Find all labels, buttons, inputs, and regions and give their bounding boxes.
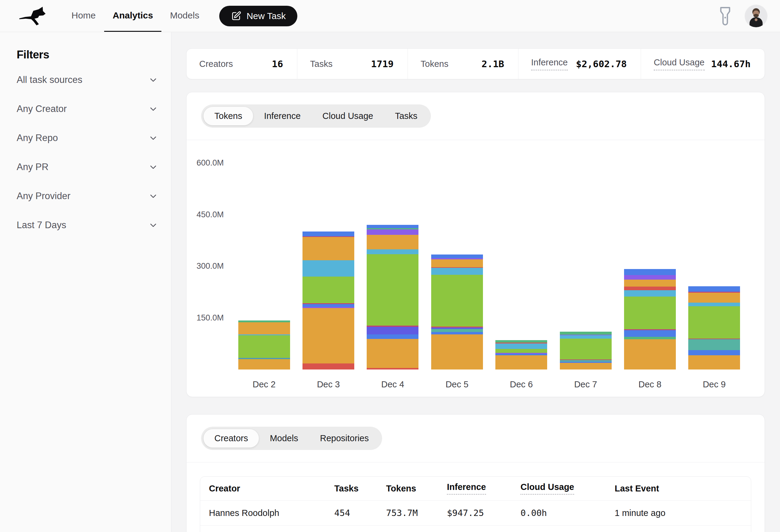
nav-analytics[interactable]: Analytics [104, 0, 161, 32]
bar-segment-tealGreen[interactable] [495, 340, 547, 342]
bar-segment-orange[interactable] [431, 334, 483, 370]
bar-segment-red[interactable] [302, 363, 354, 370]
bar-segment-orange[interactable] [560, 363, 612, 370]
bar-segment-blue[interactable] [688, 286, 740, 292]
bar-segment-orange[interactable] [624, 280, 676, 286]
bar-segment-cyan[interactable] [624, 290, 676, 296]
bar-segment-green[interactable] [560, 339, 612, 360]
breakdown-tabs: Creators Models Repositories [187, 415, 765, 463]
stat-label-cloud-usage[interactable]: Cloud Usage [654, 57, 704, 70]
chart-tabbar: Tokens Inference Cloud Usage Tasks [201, 104, 431, 128]
bar-segment-purple[interactable] [624, 275, 676, 280]
bar-segment-blue[interactable] [624, 330, 676, 337]
new-task-button[interactable]: New Task [219, 6, 297, 26]
bar-segment-orange[interactable] [238, 322, 290, 334]
y-axis-tick: 600.0M [197, 158, 224, 168]
y-axis-tick: 450.0M [197, 210, 224, 219]
nav-home[interactable]: Home [63, 0, 104, 32]
bar-segment-orange[interactable] [238, 359, 290, 370]
bar-dec-9[interactable] [688, 286, 740, 370]
nav-models[interactable]: Models [161, 0, 208, 32]
avatar[interactable] [745, 5, 767, 27]
col-inference[interactable]: Inference [447, 482, 521, 495]
bar-segment-teal[interactable] [431, 329, 483, 332]
bar-segment-red[interactable] [624, 286, 676, 290]
bar-segment-cyan[interactable] [367, 249, 419, 254]
bar-segment-blue[interactable] [624, 269, 676, 275]
table-row[interactable]: Rooviewer 440 544.3M $376.28 75.23h 3 mi… [200, 525, 751, 532]
bar-segment-orange[interactable] [431, 259, 483, 267]
cell-inference: $947.25 [447, 508, 521, 518]
col-last-event: Last Event [615, 484, 742, 493]
bar-segment-blue[interactable] [431, 255, 483, 258]
bar-segment-indigo[interactable] [367, 327, 419, 334]
bar-segment-green[interactable] [624, 297, 676, 329]
pencil-square-icon [231, 11, 242, 21]
chart-plot [232, 146, 746, 370]
table-row[interactable]: Hannes Roodolph 454 753.7M $947.25 0.00h… [200, 500, 751, 525]
bar-segment-cyan[interactable] [688, 303, 740, 307]
bar-segment-orange[interactable] [688, 292, 740, 303]
filter-label: Any Creator [17, 104, 66, 114]
bar-segment-teal[interactable] [688, 339, 740, 350]
bar-segment-green[interactable] [238, 335, 290, 358]
tab-tasks[interactable]: Tasks [384, 107, 428, 125]
x-axis-label: Dec 9 [682, 379, 746, 389]
bar-segment-blue[interactable] [688, 350, 740, 356]
bar-segment-blue[interactable] [367, 334, 419, 339]
bar-segment-cyan[interactable] [560, 335, 612, 339]
bar-segment-red[interactable] [367, 368, 419, 370]
bar-segment-cyan[interactable] [302, 260, 354, 277]
tab-tokens[interactable]: Tokens [203, 107, 253, 125]
bar-segment-tealGreen[interactable] [624, 337, 676, 339]
bar-segment-orange[interactable] [302, 308, 354, 363]
chevron-down-icon [149, 134, 157, 142]
filter-date-range[interactable]: Last 7 Days [17, 211, 157, 240]
chart-tabs: Tokens Inference Cloud Usage Tasks [187, 92, 765, 140]
bar-segment-orange[interactable] [367, 339, 419, 368]
col-cloud-usage[interactable]: Cloud Usage [521, 482, 615, 495]
tab-cloud-usage[interactable]: Cloud Usage [311, 107, 384, 125]
bar-segment-tealGreen[interactable] [560, 332, 612, 335]
bar-segment-orange[interactable] [688, 355, 740, 370]
x-axis-label: Dec 5 [425, 379, 489, 389]
filter-pr[interactable]: Any PR [17, 153, 157, 181]
bar-segment-cyan[interactable] [431, 268, 483, 275]
tab-repositories[interactable]: Repositories [309, 429, 380, 447]
stat-label-inference[interactable]: Inference [531, 57, 568, 70]
bar-segment-orange[interactable] [302, 237, 354, 260]
bar-segment-orange[interactable] [624, 339, 676, 370]
bar-segment-green[interactable] [495, 349, 547, 353]
filter-task-sources[interactable]: All task sources [17, 65, 157, 94]
bar-segment-orange[interactable] [495, 355, 547, 370]
bar-segment-green[interactable] [367, 254, 419, 326]
bar-dec-6[interactable] [495, 340, 547, 370]
bar-segment-blue[interactable] [302, 231, 354, 236]
bar-segment-blue[interactable] [367, 225, 419, 228]
tab-inference[interactable]: Inference [253, 107, 311, 125]
tab-creators[interactable]: Creators [203, 429, 259, 447]
bar-segment-green[interactable] [302, 277, 354, 304]
bar-dec-5[interactable] [431, 255, 483, 370]
bar-segment-blue[interactable] [431, 332, 483, 334]
bar-segment-green[interactable] [688, 306, 740, 339]
filter-repo[interactable]: Any Repo [17, 123, 157, 153]
bar-segment-purple[interactable] [367, 229, 419, 235]
bar-dec-7[interactable] [560, 332, 612, 370]
tab-models[interactable]: Models [259, 429, 309, 447]
bar-dec-8[interactable] [624, 269, 676, 370]
bar-dec-4[interactable] [367, 225, 419, 370]
bar-dec-2[interactable] [238, 320, 290, 370]
bar-segment-cyan[interactable] [495, 343, 547, 349]
bar-segment-blue[interactable] [302, 304, 354, 307]
bar-dec-3[interactable] [302, 231, 354, 370]
filter-creator[interactable]: Any Creator [17, 94, 157, 123]
bar-segment-orange[interactable] [367, 235, 419, 249]
filter-provider[interactable]: Any Provider [17, 181, 157, 211]
stat-tasks: Tasks 1719 [297, 49, 407, 79]
nav-right [719, 0, 767, 32]
stat-label: Tasks [310, 59, 333, 69]
bar-segment-green[interactable] [431, 275, 483, 326]
kangaroo-logo-icon[interactable] [17, 0, 51, 32]
torch-icon[interactable] [719, 6, 732, 26]
